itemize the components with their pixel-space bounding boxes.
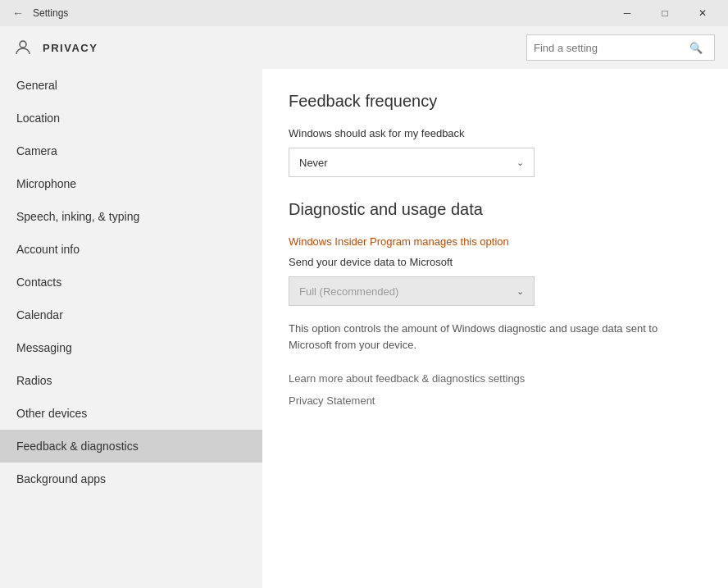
svg-point-0 <box>20 41 26 48</box>
search-icon: 🔍 <box>689 42 703 54</box>
insider-notice: Windows Insider Program manages this opt… <box>289 235 702 248</box>
header-bar: PRIVACY 🔍 <box>0 26 728 69</box>
search-box[interactable]: 🔍 <box>526 34 715 61</box>
feedback-section-title: Feedback frequency <box>289 92 702 111</box>
content-area: Feedback frequency Windows should ask fo… <box>262 69 728 588</box>
title-bar: ← Settings ─ □ ✕ <box>0 0 728 26</box>
sidebar-item-radios[interactable]: Radios <box>0 364 262 397</box>
header-title: PRIVACY <box>43 42 98 54</box>
send-data-label: Send your device data to Microsoft <box>289 256 702 268</box>
main-layout: General Location Camera Microphone Speec… <box>0 69 728 588</box>
diagnostics-dropdown-value: Full (Recommended) <box>299 285 398 298</box>
sidebar-item-contacts[interactable]: Contacts <box>0 266 262 299</box>
window-controls: ─ □ ✕ <box>608 0 721 26</box>
sidebar: General Location Camera Microphone Speec… <box>0 69 262 588</box>
feedback-frequency-dropdown[interactable]: Never ⌄ <box>289 148 535 177</box>
back-icon: ← <box>12 7 24 20</box>
feedback-field-label: Windows should ask for my feedback <box>289 127 702 139</box>
diagnostics-data-dropdown: Full (Recommended) ⌄ <box>289 276 535 306</box>
back-button[interactable]: ← <box>7 2 30 25</box>
sidebar-item-calendar[interactable]: Calendar <box>0 299 262 331</box>
search-input[interactable] <box>534 42 689 54</box>
feedback-dropdown-value: Never <box>299 157 328 169</box>
privacy-statement-link[interactable]: Privacy Statement <box>289 394 702 407</box>
feedback-dropdown-chevron: ⌄ <box>516 157 524 168</box>
sidebar-item-location[interactable]: Location <box>0 102 262 134</box>
sidebar-item-microphone[interactable]: Microphone <box>0 167 262 200</box>
learn-more-link[interactable]: Learn more about feedback & diagnostics … <box>289 372 702 385</box>
privacy-icon <box>13 38 33 57</box>
sidebar-item-camera[interactable]: Camera <box>0 134 262 167</box>
close-button[interactable]: ✕ <box>684 0 721 26</box>
maximize-button[interactable]: □ <box>646 0 684 26</box>
sidebar-item-feedback[interactable]: Feedback & diagnostics <box>0 430 262 463</box>
diagnostics-description: This option controls the amount of Windo… <box>289 321 666 353</box>
sidebar-item-accountinfo[interactable]: Account info <box>0 233 262 266</box>
sidebar-item-backgroundapps[interactable]: Background apps <box>0 463 262 495</box>
minimize-button[interactable]: ─ <box>608 0 646 26</box>
sidebar-item-speech[interactable]: Speech, inking, & typing <box>0 200 262 233</box>
sidebar-item-general[interactable]: General <box>0 69 262 102</box>
window-title: Settings <box>33 7 68 19</box>
diagnostics-dropdown-chevron: ⌄ <box>516 286 524 297</box>
diagnostics-section-title: Diagnostic and usage data <box>289 200 702 219</box>
sidebar-item-messaging[interactable]: Messaging <box>0 331 262 364</box>
sidebar-item-otherdevices[interactable]: Other devices <box>0 397 262 430</box>
